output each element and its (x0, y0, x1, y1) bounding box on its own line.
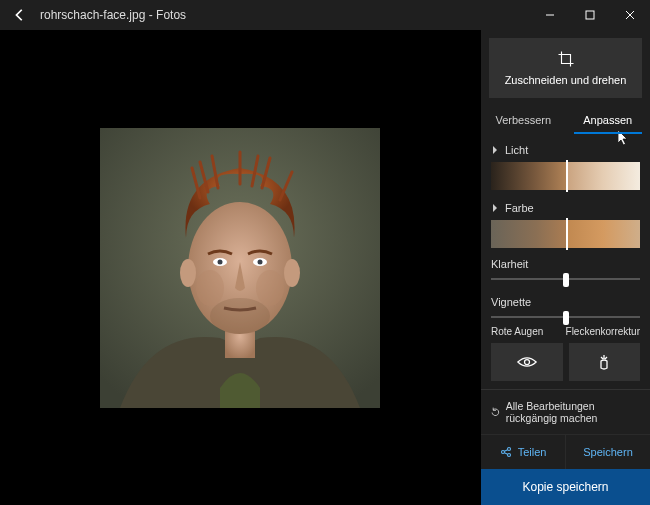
spot-fix-button[interactable] (569, 343, 641, 381)
clarity-label: Klarheit (491, 258, 640, 270)
svg-point-13 (524, 360, 529, 365)
clarity-slider-thumb[interactable] (563, 273, 569, 287)
tab-adjust[interactable]: Anpassen (566, 106, 651, 134)
edit-sidebar: Zuschneiden und drehen Verbessern Anpass… (480, 30, 650, 505)
svg-point-8 (218, 259, 223, 264)
photo-image (100, 128, 380, 408)
undo-all-label: Alle Bearbeitungen rückgängig machen (506, 400, 640, 424)
titlebar: rohrschach-face.jpg - Fotos (0, 0, 650, 30)
share-button[interactable]: Teilen (481, 435, 565, 469)
close-button[interactable] (610, 0, 650, 30)
color-preview[interactable] (491, 220, 640, 248)
save-button[interactable]: Speichern (565, 435, 650, 469)
crop-icon (557, 50, 575, 68)
color-expander[interactable]: Farbe (491, 202, 640, 214)
spot-fix-label: Fleckenkorrektur (566, 326, 640, 337)
svg-point-11 (256, 270, 284, 306)
svg-point-4 (180, 259, 196, 287)
svg-point-9 (258, 259, 263, 264)
undo-icon (491, 406, 500, 418)
window-title: rohrschach-face.jpg - Fotos (40, 8, 186, 22)
save-copy-label: Kopie speichern (522, 480, 608, 494)
svg-point-5 (284, 259, 300, 287)
main: Zuschneiden und drehen Verbessern Anpass… (0, 30, 650, 505)
maximize-button[interactable] (570, 0, 610, 30)
crop-rotate-button[interactable]: Zuschneiden und drehen (489, 38, 642, 98)
light-label: Licht (505, 144, 528, 156)
color-label: Farbe (505, 202, 534, 214)
save-copy-button[interactable]: Kopie speichern (481, 469, 650, 505)
red-eye-label: Rote Augen (491, 326, 560, 337)
vignette-slider[interactable] (491, 316, 640, 318)
back-button[interactable] (0, 0, 40, 30)
crop-rotate-label: Zuschneiden und drehen (505, 74, 627, 86)
vignette-label: Vignette (491, 296, 640, 308)
svg-point-10 (196, 270, 224, 306)
save-label: Speichern (583, 446, 633, 458)
vignette-slider-thumb[interactable] (563, 311, 569, 325)
undo-all-button[interactable]: Alle Bearbeitungen rückgängig machen (481, 389, 650, 434)
minimize-button[interactable] (530, 0, 570, 30)
svg-point-15 (507, 448, 510, 451)
light-preview[interactable] (491, 162, 640, 190)
clarity-slider[interactable] (491, 278, 640, 280)
share-icon (500, 446, 512, 458)
light-expander[interactable]: Licht (491, 144, 640, 156)
filename: rohrschach-face.jpg (40, 8, 145, 22)
svg-point-14 (501, 451, 504, 454)
app-name: Fotos (156, 8, 186, 22)
tab-enhance[interactable]: Verbessern (481, 106, 566, 134)
svg-rect-0 (586, 11, 594, 19)
svg-point-16 (507, 454, 510, 457)
red-eye-button[interactable] (491, 343, 563, 381)
eye-icon (517, 355, 537, 369)
share-label: Teilen (518, 446, 547, 458)
image-canvas[interactable] (0, 30, 480, 505)
chevron-right-icon (491, 204, 499, 212)
svg-point-12 (210, 298, 270, 334)
spot-fix-icon (596, 353, 612, 371)
tab-row: Verbessern Anpassen (481, 106, 650, 134)
chevron-right-icon (491, 146, 499, 154)
